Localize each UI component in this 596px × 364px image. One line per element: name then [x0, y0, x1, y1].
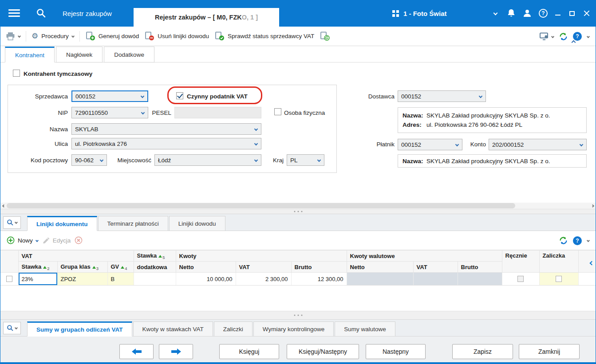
cell-recznie[interactable] — [502, 273, 539, 286]
toolbar-help-icon[interactable]: ? — [573, 32, 582, 41]
zamknij-button[interactable]: Zamknij — [519, 344, 580, 359]
tab-linijki-dowodu[interactable]: Linijki dowodu — [169, 216, 225, 231]
dostawca-combo[interactable]: 000152 — [398, 90, 486, 102]
header-group-kwoty-walutowe[interactable]: Kwoty walutowe — [347, 250, 502, 262]
header-grupa-klas[interactable]: Grupa klas3 — [57, 262, 107, 273]
cell-gv[interactable]: B — [107, 273, 134, 286]
tab-dodatkowe[interactable]: Dodatkowe — [104, 47, 154, 63]
company-dropdown-chevron-icon[interactable] — [493, 11, 498, 16]
zapisz-button[interactable]: Zapisz — [452, 344, 513, 359]
next-record-button[interactable] — [159, 344, 193, 359]
search-icon[interactable] — [36, 8, 46, 18]
nowy-button[interactable]: Nowy — [7, 236, 38, 244]
tab-terminarz-platnosci[interactable]: Terminarz płatności — [98, 216, 168, 231]
cell-netto[interactable]: 10 000,00 — [176, 273, 236, 286]
hamburger-menu-button[interactable] — [8, 9, 20, 19]
cell-stawka-dodatkowa[interactable] — [134, 273, 176, 286]
czynny-podatnik-vat-checkbox[interactable] — [176, 92, 183, 99]
tab-wymiary-kontrolingowe[interactable]: Wymiary kontrolingowe — [253, 321, 334, 337]
row-selector-header[interactable] — [0, 250, 18, 273]
print-dropdown-chevron-icon[interactable] — [18, 35, 21, 38]
header-stawka-dodatkowa-bottom[interactable]: dodatkowa — [134, 262, 176, 273]
recznie-checkbox[interactable] — [517, 276, 524, 282]
horizontal-scrollbar[interactable] — [0, 203, 596, 209]
tab-naglowek[interactable]: Nagłówek — [56, 47, 103, 63]
cell-brutto-walutowe[interactable] — [458, 273, 502, 286]
header-stawka-dodatkowa-top[interactable]: Stawka5 — [134, 250, 176, 262]
notifications-bell-icon[interactable] — [506, 8, 516, 18]
splitter-lower[interactable] — [0, 311, 596, 320]
edycja-button-disabled[interactable]: Edycja — [42, 237, 71, 244]
lines-filter-button[interactable] — [3, 216, 21, 229]
header-group-kwoty[interactable]: Kwoty — [176, 250, 347, 262]
scroll-right-arrow-icon[interactable] — [589, 203, 596, 209]
tab-kwoty-w-stawkach[interactable]: Kwoty w stawkach VAT — [133, 321, 213, 337]
ksieguj-nastepny-button[interactable]: Księguj/Następny — [287, 344, 359, 359]
ksieguj-button[interactable]: Księguj — [219, 344, 279, 359]
kontrahent-tymczasowy-label[interactable]: Kontrahent tymczasowy — [24, 70, 92, 77]
document-tab[interactable]: Rejestr zakupów – [ M0, FZKO, 1 ] — [134, 8, 279, 27]
summary-filter-button[interactable] — [3, 322, 21, 334]
tab-sumy-w-grupach[interactable]: Sumy w grupach odliczeń VAT — [27, 321, 132, 337]
lines-help-icon[interactable]: ? — [573, 236, 582, 245]
sprzedawca-combo[interactable]: 000152 — [71, 90, 148, 102]
pesel-field[interactable] — [174, 107, 261, 118]
splitter-upper[interactable] — [0, 209, 596, 214]
company-selector-label[interactable]: 1 - Foto Świat — [403, 0, 447, 27]
header-vat-walutowe[interactable]: VAT — [413, 262, 458, 273]
grid-scroll-left-icon[interactable] — [589, 261, 594, 266]
maximize-button[interactable] — [569, 11, 575, 16]
kod-pocztowy-combo[interactable]: 90-062 — [71, 154, 107, 166]
user-profile-icon[interactable] — [522, 8, 532, 18]
toolbar-help-chevron-icon[interactable] — [587, 35, 590, 38]
header-gv[interactable]: GV4 — [107, 262, 134, 273]
header-stawka[interactable]: Stawka2 — [18, 262, 57, 273]
zaliczka-checkbox[interactable] — [556, 276, 562, 282]
sprawdz-status-vat-button[interactable]: Sprawdź status sprzedawcy VAT — [214, 31, 314, 41]
cell-zaliczka[interactable] — [539, 273, 578, 286]
nip-combo[interactable]: 7290110550 — [71, 107, 148, 118]
tab-zaliczki[interactable]: Zaliczki — [214, 321, 253, 337]
header-netto-walutowe[interactable]: Netto — [347, 262, 413, 273]
view-settings-button[interactable] — [540, 32, 554, 40]
lines-help-chevron-icon[interactable] — [587, 239, 590, 242]
miejscowosc-combo[interactable]: Łódź — [154, 154, 261, 166]
header-zaliczka[interactable]: Zaliczka — [539, 250, 578, 273]
minimize-button[interactable] — [555, 15, 560, 16]
row-selector-cell[interactable] — [0, 273, 18, 286]
row-checkbox[interactable] — [6, 276, 12, 282]
cell-vat-walutowe[interactable] — [413, 273, 458, 286]
nastepny-button[interactable]: Następny — [366, 344, 426, 359]
cell-vat[interactable]: 2 300,00 — [236, 273, 291, 286]
apps-grid-icon[interactable] — [392, 10, 399, 17]
header-vat[interactable]: VAT — [236, 262, 291, 273]
osoba-fizyczna-label[interactable]: Osoba fizyczna — [284, 110, 325, 116]
header-recznie[interactable]: Ręcznie — [502, 250, 539, 273]
procedury-dropdown-chevron-icon[interactable] — [71, 35, 75, 38]
view-settings-chevron-icon[interactable] — [551, 35, 554, 38]
refresh-icon[interactable] — [559, 32, 568, 41]
header-brutto-walutowe[interactable]: Brutto — [458, 262, 502, 273]
close-button[interactable] — [584, 10, 590, 16]
cell-grupa-klas[interactable]: ZPOZ — [57, 273, 107, 286]
scrollbar-thumb[interactable] — [7, 203, 515, 208]
print-button[interactable] — [6, 32, 20, 40]
odswiez-dowod-button[interactable] — [320, 31, 330, 41]
header-group-vat[interactable]: VAT — [18, 250, 134, 262]
previous-record-button[interactable] — [119, 344, 154, 359]
konto-combo[interactable]: 202/000152 — [489, 139, 587, 150]
kontrahent-tymczasowy-checkbox[interactable] — [13, 70, 20, 77]
platnik-combo[interactable]: 000152 — [398, 139, 462, 150]
usun-linijki-dowodu-button[interactable]: Usuń linijki dowodu — [144, 31, 209, 41]
kraj-combo[interactable]: PL — [287, 154, 324, 166]
ulica-combo[interactable]: ul. Piotrkowska 276 — [71, 138, 261, 149]
usun-button-disabled[interactable] — [75, 236, 83, 244]
procedury-button[interactable]: ⚙ Procedury — [32, 32, 74, 40]
osoba-fizyczna-checkbox[interactable] — [274, 108, 281, 115]
cell-stawka[interactable]: 23% — [18, 273, 57, 286]
header-brutto[interactable]: Brutto — [291, 262, 347, 273]
refresh-icon[interactable] — [559, 236, 568, 245]
nazwa-combo[interactable]: SKYLAB — [71, 123, 261, 135]
tab-kontrahent[interactable]: Kontrahent — [5, 47, 55, 63]
tab-sumy-walutowe[interactable]: Sumy walutowe — [335, 321, 395, 337]
